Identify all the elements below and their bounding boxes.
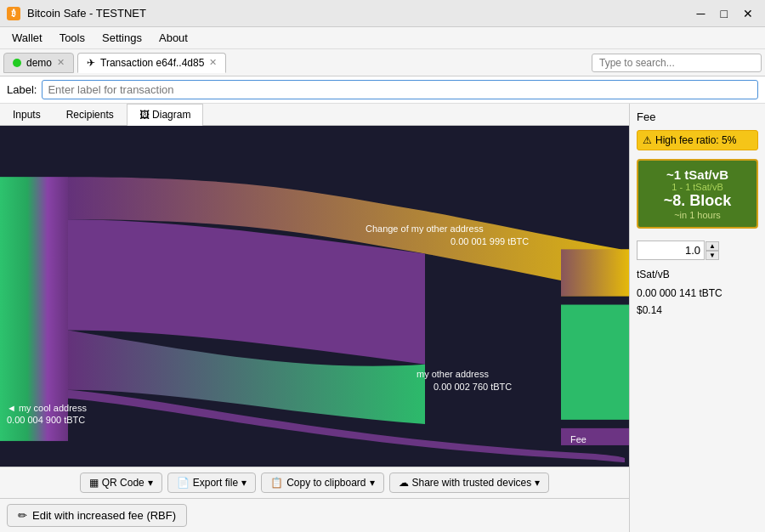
minimize-button[interactable]: ─ (692, 5, 711, 22)
copy-clipboard-button[interactable]: 📋 Copy to clipboard ▾ (261, 473, 383, 493)
qr-code-label: QR Code (102, 477, 144, 489)
menu-about[interactable]: About (150, 30, 196, 46)
qr-icon: ▦ (89, 477, 99, 489)
tab-transaction[interactable]: ✈ Transaction e64f..4d85 ✕ (77, 53, 226, 73)
svg-text:0.00 002 760 tBTC: 0.00 002 760 tBTC (434, 382, 512, 392)
tab-demo-close[interactable]: ✕ (57, 57, 65, 68)
tab-recipients[interactable]: Recipients (54, 104, 127, 125)
warning-icon: ⚠ (643, 134, 652, 146)
menu-tools[interactable]: Tools (51, 30, 94, 46)
export-file-button[interactable]: 📄 Export file ▾ (167, 473, 256, 493)
fee-rate-range: 1 - 1 tSat/vB (645, 182, 750, 192)
svg-text:Fee: Fee (570, 434, 586, 444)
copy-arrow: ▾ (370, 477, 375, 489)
export-file-label: Export file (193, 477, 238, 489)
label-row: Label: (0, 76, 765, 104)
menu-settings[interactable]: Settings (94, 30, 150, 46)
svg-text:◄ my cool address: ◄ my cool address (7, 403, 87, 413)
inner-tabs: Inputs Recipients 🖼 Diagram (0, 104, 629, 126)
tab-diagram[interactable]: 🖼 Diagram (127, 104, 204, 126)
tab-demo-label: demo (26, 57, 52, 69)
tab-inputs[interactable]: Inputs (0, 104, 54, 125)
search-input[interactable] (592, 54, 762, 72)
fee-info-box: ~1 tSat/vB 1 - 1 tSat/vB ~8. Block ~in 1… (637, 159, 758, 229)
svg-rect-1 (0, 177, 68, 441)
fee-panel: Fee ⚠ High fee ratio: 5% ~1 tSat/vB 1 - … (629, 104, 765, 532)
tab-transaction-icon: ✈ (87, 57, 95, 69)
fee-spin-down[interactable]: ▼ (706, 251, 719, 260)
footer-bar: ✏ Edit with increased fee (RBF) (0, 498, 629, 532)
share-icon: ☁ (399, 477, 409, 489)
transaction-label-input[interactable] (42, 80, 758, 99)
copy-icon: 📋 (270, 477, 283, 489)
export-icon: 📄 (177, 477, 190, 489)
close-button[interactable]: ✕ (738, 5, 758, 22)
tab-demo[interactable]: demo ✕ (3, 53, 74, 73)
fee-amount: 0.00 000 141 tBTC (637, 287, 758, 299)
svg-text:0.00 001 999 tBTC: 0.00 001 999 tBTC (450, 236, 529, 246)
app-title: Bitcoin Safe - TESTNET (27, 7, 146, 20)
tabbar: demo ✕ ✈ Transaction e64f..4d85 ✕ (0, 49, 765, 76)
fee-input-row: ▲ ▼ (637, 241, 758, 260)
share-trusted-label: Share with trusted devices (412, 477, 532, 489)
app-icon: ₿ (7, 7, 20, 20)
share-arrow: ▾ (535, 477, 540, 489)
tab-transaction-label: Transaction e64f..4d85 (100, 57, 204, 69)
fee-block: ~8. Block (645, 192, 750, 210)
export-arrow: ▾ (241, 477, 246, 489)
bottom-bar: ▦ QR Code ▾ 📄 Export file ▾ 📋 Copy to cl… (0, 467, 629, 498)
fee-unit: tSat/vB (637, 269, 758, 280)
diagram-svg: ◄ my cool address 0.00 004 900 tBTC Chan… (0, 126, 629, 467)
app-container: ₿ Bitcoin Safe - TESTNET ─ □ ✕ Wallet To… (0, 0, 765, 532)
svg-text:0.00 004 900 tBTC: 0.00 004 900 tBTC (7, 415, 85, 425)
maximize-button[interactable]: □ (716, 5, 733, 22)
share-trusted-button[interactable]: ☁ Share with trusted devices ▾ (389, 473, 550, 493)
svg-rect-4 (561, 305, 629, 420)
menu-wallet[interactable]: Wallet (3, 30, 51, 46)
high-fee-badge: ⚠ High fee ratio: 5% (637, 130, 758, 150)
high-fee-text: High fee ratio: 5% (655, 134, 736, 146)
menubar: Wallet Tools Settings About (0, 27, 765, 49)
fee-rate-main: ~1 tSat/vB (645, 167, 750, 182)
window-controls: ─ □ ✕ (692, 5, 758, 22)
fee-title: Fee (637, 110, 758, 123)
diagram-area: ◄ my cool address 0.00 004 900 tBTC Chan… (0, 126, 629, 467)
fee-time: ~in 1 hours (645, 210, 750, 220)
qr-code-button[interactable]: ▦ QR Code ▾ (80, 473, 162, 493)
fee-spinner: ▲ ▼ (706, 241, 719, 260)
content-area: Inputs Recipients 🖼 Diagram (0, 104, 765, 532)
svg-text:Change of my other address: Change of my other address (366, 224, 484, 234)
edit-fee-button[interactable]: ✏ Edit with increased fee (RBF) (7, 504, 187, 527)
edit-fee-label: Edit with increased fee (RBF) (32, 509, 176, 522)
svg-rect-3 (561, 249, 629, 296)
edit-icon: ✏ (18, 509, 27, 522)
svg-text:my other address: my other address (416, 369, 489, 379)
fee-spin-up[interactable]: ▲ (706, 241, 719, 251)
copy-clipboard-label: Copy to clipboard (286, 477, 366, 489)
tab-transaction-close[interactable]: ✕ (209, 57, 217, 68)
titlebar: ₿ Bitcoin Safe - TESTNET ─ □ ✕ (0, 0, 765, 27)
qr-code-arrow: ▾ (148, 477, 153, 489)
tab-demo-dot (13, 59, 21, 67)
fee-usd: $0.14 (637, 304, 758, 316)
label-text: Label: (7, 83, 37, 96)
fee-rate-input[interactable] (637, 241, 705, 260)
left-panel: Inputs Recipients 🖼 Diagram (0, 104, 629, 532)
